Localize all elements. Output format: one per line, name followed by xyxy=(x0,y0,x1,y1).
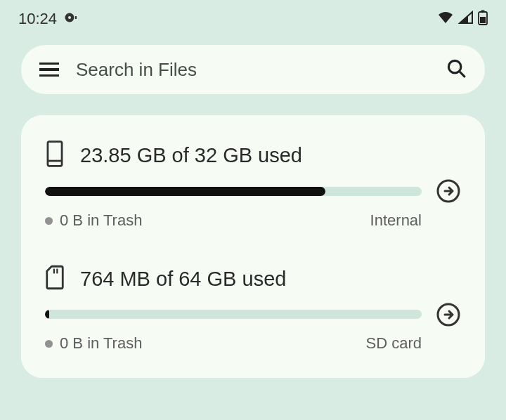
trash-text: 0 B in Trash xyxy=(60,334,142,353)
trash-info: 0 B in Trash xyxy=(45,211,142,230)
storage-type: SD card xyxy=(366,334,422,353)
storage-title: 764 MB of 64 GB used xyxy=(80,268,286,291)
svg-rect-2 xyxy=(75,16,77,19)
storage-card: 23.85 GB of 32 GB used 0 B in Trash Inte… xyxy=(21,115,485,378)
go-button[interactable] xyxy=(436,178,461,206)
battery-icon xyxy=(478,10,488,28)
storage-item-internal[interactable]: 23.85 GB of 32 GB used 0 B in Trash Inte… xyxy=(45,140,461,230)
wifi-icon xyxy=(437,11,454,27)
search-icon[interactable] xyxy=(446,58,467,81)
sd-card-icon xyxy=(45,265,65,293)
status-right xyxy=(437,10,488,28)
storage-item-sdcard[interactable]: 764 MB of 64 GB used 0 B in Trash SD car… xyxy=(45,265,461,353)
storage-title: 23.85 GB of 32 GB used xyxy=(80,144,302,167)
progress-bar xyxy=(45,310,422,319)
trash-text: 0 B in Trash xyxy=(60,211,142,230)
svg-rect-4 xyxy=(481,11,485,13)
trash-info: 0 B in Trash xyxy=(45,334,142,353)
search-bar[interactable]: Search in Files xyxy=(21,45,485,94)
bullet-icon xyxy=(45,340,53,348)
svg-rect-5 xyxy=(480,17,486,23)
progress-bar xyxy=(45,187,422,196)
search-input[interactable]: Search in Files xyxy=(76,59,429,81)
svg-rect-8 xyxy=(48,142,62,166)
svg-line-7 xyxy=(460,72,465,77)
storage-type: Internal xyxy=(370,211,422,230)
disc-icon xyxy=(64,11,78,27)
progress-fill xyxy=(45,187,325,196)
phone-icon xyxy=(45,140,65,170)
go-button[interactable] xyxy=(436,302,461,330)
status-left: 10:24 xyxy=(18,10,78,28)
progress-fill xyxy=(45,310,49,319)
status-bar: 10:24 xyxy=(0,0,506,35)
menu-icon[interactable] xyxy=(39,63,59,77)
status-time: 10:24 xyxy=(18,10,57,28)
bullet-icon xyxy=(45,217,53,225)
signal-icon xyxy=(458,11,474,27)
svg-point-1 xyxy=(68,16,71,19)
